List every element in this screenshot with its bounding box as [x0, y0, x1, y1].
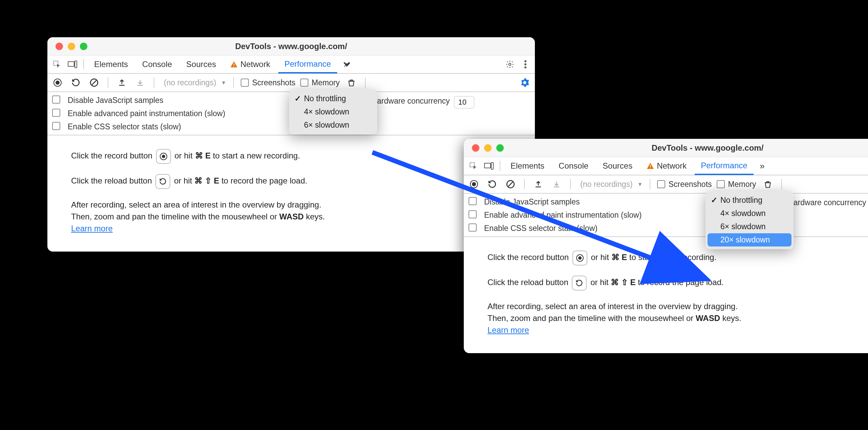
divider: [500, 161, 500, 171]
svg-point-29: [578, 256, 582, 260]
close-icon[interactable]: [56, 43, 63, 50]
upload-icon[interactable]: [531, 177, 545, 191]
download-icon[interactable]: [133, 76, 147, 89]
divider: [365, 78, 366, 88]
tab-sources[interactable]: Sources: [596, 157, 638, 175]
dropdown-item-20x[interactable]: 20× slowdown: [708, 233, 791, 246]
recordings-select[interactable]: (no recordings): [161, 78, 226, 87]
learn-more-link[interactable]: Learn more: [71, 224, 113, 233]
disable-js-checkbox[interactable]: Disable JavaScript samples: [52, 95, 244, 105]
hw-concurrency-input[interactable]: 10: [454, 96, 474, 108]
devtools-window-2: DevTools - www.google.com/ Elements Cons…: [464, 139, 868, 353]
dropdown-item-6x[interactable]: 6× slowdown: [706, 220, 794, 233]
screenshots-checkbox[interactable]: Screenshots: [241, 78, 296, 87]
devtools-tabbar: Elements Console Sources Network Perform…: [47, 56, 535, 74]
titlebar: DevTools - www.google.com/: [464, 139, 868, 157]
tab-network[interactable]: Network: [224, 56, 276, 73]
memory-checkbox[interactable]: Memory: [300, 78, 340, 87]
clear-button[interactable]: [504, 177, 517, 191]
dropdown-item-no-throttling[interactable]: No throttling: [706, 194, 794, 207]
memory-checkbox[interactable]: Memory: [717, 180, 756, 189]
upload-icon[interactable]: [115, 76, 129, 89]
performance-toolbar: (no recordings) Screenshots Memory: [47, 74, 535, 92]
inspect-icon[interactable]: [466, 159, 480, 173]
svg-point-25: [472, 182, 476, 186]
svg-point-5: [509, 63, 511, 66]
window-title: DevTools - www.google.com/: [47, 42, 535, 51]
minimize-icon[interactable]: [68, 43, 75, 50]
tab-console[interactable]: Console: [136, 56, 178, 73]
collect-garbage-icon[interactable]: [345, 76, 358, 89]
svg-line-12: [92, 81, 96, 85]
download-icon[interactable]: [550, 177, 563, 191]
dropdown-item-4x[interactable]: 4× slowdown: [706, 207, 794, 220]
tab-performance[interactable]: Performance: [278, 56, 337, 73]
divider: [233, 78, 234, 88]
reload-button[interactable]: [485, 177, 499, 191]
kebab-menu-icon[interactable]: [519, 58, 532, 71]
traffic-lights: [47, 43, 87, 50]
reload-icon: [155, 174, 170, 189]
enable-paint-checkbox[interactable]: Enable advanced paint instrumentation (s…: [52, 109, 244, 119]
inspect-icon[interactable]: [50, 58, 64, 71]
svg-rect-3: [234, 63, 234, 65]
dropdown-item-4x[interactable]: 4× slowdown: [289, 105, 377, 119]
record-instruction: Click the record button or hit ⌘ E to st…: [487, 251, 868, 265]
svg-line-27: [508, 182, 513, 187]
dropdown-item-no-throttling[interactable]: No throttling: [289, 92, 377, 105]
device-toolbar-icon[interactable]: [66, 58, 79, 71]
enable-css-checkbox[interactable]: Enable CSS selector stats (slow): [52, 122, 244, 132]
close-icon[interactable]: [472, 144, 479, 152]
reload-instruction: Click the reload button or hit ⌘ ⇧ E to …: [487, 276, 868, 291]
dropdown-item-6x[interactable]: 6× slowdown: [289, 119, 377, 132]
record-button[interactable]: [467, 177, 481, 191]
tab-performance[interactable]: Performance: [695, 157, 753, 175]
record-button[interactable]: [51, 76, 64, 89]
tab-network-label: Network: [657, 161, 687, 171]
clear-button[interactable]: [87, 76, 101, 89]
reload-button[interactable]: [69, 76, 83, 89]
settings-gear-icon[interactable]: [503, 58, 517, 71]
collect-garbage-icon[interactable]: [761, 177, 775, 191]
device-toolbar-icon[interactable]: [482, 159, 496, 173]
record-instruction: Click the record button or hit ⌘ E to st…: [71, 149, 525, 164]
more-tabs-icon[interactable]: »: [756, 159, 769, 173]
enable-paint-checkbox[interactable]: Enable advanced paint instrumentation (s…: [469, 210, 660, 220]
screenshots-checkbox[interactable]: Screenshots: [657, 180, 712, 189]
tab-sources[interactable]: Sources: [180, 56, 222, 73]
tab-network[interactable]: Network: [641, 157, 693, 175]
cpu-throttling-dropdown: No throttling 4× slowdown 6× slowdown: [289, 89, 377, 134]
learn-more-link[interactable]: Learn more: [487, 325, 529, 335]
zoom-icon[interactable]: [496, 144, 504, 152]
more-tabs-icon[interactable]: »: [339, 58, 353, 71]
record-icon: [572, 251, 587, 265]
svg-rect-19: [650, 168, 651, 168]
tab-elements[interactable]: Elements: [504, 157, 550, 175]
window-title: DevTools - www.google.com/: [464, 143, 868, 153]
divider: [83, 59, 84, 69]
zoom-icon[interactable]: [80, 43, 87, 50]
divider: [570, 179, 571, 189]
divider: [781, 179, 782, 189]
svg-point-8: [524, 66, 526, 68]
minimize-icon[interactable]: [484, 144, 492, 152]
reload-icon: [572, 276, 587, 291]
tab-console[interactable]: Console: [552, 157, 594, 175]
divider: [154, 78, 154, 88]
hw-concurrency-row: Hardware concurrency 10: [356, 96, 530, 108]
svg-rect-16: [484, 163, 491, 168]
svg-rect-17: [491, 163, 493, 169]
capture-settings-gear-icon[interactable]: [518, 76, 531, 89]
warning-icon: [647, 163, 654, 169]
recordings-select[interactable]: (no recordings): [578, 180, 643, 189]
titlebar: DevTools - www.google.com/: [47, 37, 535, 56]
svg-rect-1: [68, 62, 74, 66]
tab-elements[interactable]: Elements: [88, 56, 134, 73]
warning-icon: [230, 61, 238, 68]
enable-css-checkbox[interactable]: Enable CSS selector stats (slow): [469, 223, 660, 233]
capture-settings-panel: Disable JavaScript samples Enable advanc…: [464, 194, 868, 237]
capture-settings-panel: Disable JavaScript samples Enable advanc…: [47, 92, 535, 135]
svg-rect-2: [75, 61, 77, 68]
instructions-panel: Click the record button or hit ⌘ E to st…: [464, 237, 868, 353]
disable-js-checkbox[interactable]: Disable JavaScript samples: [469, 197, 660, 207]
